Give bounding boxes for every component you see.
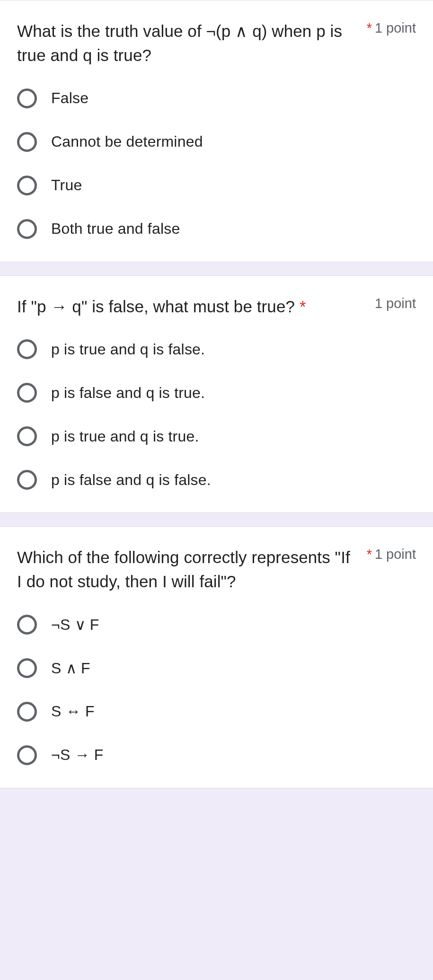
- question-card: Which of the following correctly represe…: [0, 526, 433, 788]
- question-text-content: If "p → q" is false, what must be true?: [17, 297, 295, 316]
- option-label: p is false and q is true.: [51, 384, 205, 402]
- radio-icon[interactable]: [17, 339, 37, 359]
- question-card: If "p → q" is false, what must be true? …: [0, 275, 433, 513]
- option-row[interactable]: Cannot be determined: [17, 132, 416, 152]
- question-text: Which of the following correctly represe…: [17, 546, 355, 594]
- option-row[interactable]: ¬S ∨ F: [17, 615, 416, 635]
- points-label: 1 point: [375, 547, 416, 562]
- option-row[interactable]: ¬S → F: [17, 745, 416, 765]
- radio-icon[interactable]: [17, 132, 37, 152]
- option-label: ¬S → F: [51, 746, 104, 764]
- option-label: ¬S ∨ F: [51, 616, 99, 634]
- options-group: p is true and q is false. p is false and…: [17, 339, 416, 490]
- option-row[interactable]: p is true and q is true.: [17, 426, 416, 446]
- question-points: *1 point: [367, 546, 416, 562]
- option-row[interactable]: True: [17, 176, 416, 195]
- radio-icon[interactable]: [17, 658, 37, 678]
- options-group: False Cannot be determined True Both tru…: [17, 88, 416, 239]
- option-row[interactable]: p is true and q is false.: [17, 339, 416, 359]
- options-group: ¬S ∨ F S ∧ F S ↔ F ¬S → F: [17, 615, 416, 765]
- option-label: p is true and q is true.: [51, 428, 199, 445]
- radio-icon[interactable]: [17, 470, 37, 490]
- option-label: S ↔ F: [51, 703, 95, 720]
- points-label: 1 point: [375, 296, 416, 311]
- option-row[interactable]: p is false and q is false.: [17, 470, 416, 490]
- question-header: What is the truth value of ¬(p ∧ q) when…: [17, 19, 416, 68]
- radio-icon[interactable]: [17, 615, 37, 635]
- option-label: Cannot be determined: [51, 133, 203, 150]
- question-text-content: What is the truth value of ¬(p ∧ q) when…: [17, 22, 342, 64]
- option-row[interactable]: S ∧ F: [17, 658, 416, 678]
- required-asterisk: *: [367, 547, 372, 562]
- question-header: Which of the following correctly represe…: [17, 546, 416, 594]
- option-label: False: [51, 89, 88, 107]
- question-header: If "p → q" is false, what must be true? …: [17, 295, 416, 319]
- option-row[interactable]: p is false and q is true.: [17, 383, 416, 403]
- option-row[interactable]: S ↔ F: [17, 702, 416, 722]
- radio-icon[interactable]: [17, 426, 37, 446]
- option-label: p is true and q is false.: [51, 341, 205, 358]
- option-label: p is false and q is false.: [51, 471, 211, 489]
- option-label: True: [51, 177, 82, 194]
- option-row[interactable]: Both true and false: [17, 219, 416, 239]
- question-points: *1 point: [367, 19, 416, 36]
- required-asterisk: *: [300, 297, 306, 316]
- question-points: 1 point: [375, 295, 416, 311]
- question-card: What is the truth value of ¬(p ∧ q) when…: [0, 0, 433, 262]
- option-label: S ∧ F: [51, 659, 90, 677]
- points-label: 1 point: [375, 20, 416, 35]
- option-row[interactable]: False: [17, 88, 416, 108]
- question-text: If "p → q" is false, what must be true? …: [17, 295, 363, 319]
- radio-icon[interactable]: [17, 745, 37, 765]
- radio-icon[interactable]: [17, 88, 37, 108]
- radio-icon[interactable]: [17, 702, 37, 722]
- question-text-content: Which of the following correctly represe…: [17, 548, 350, 591]
- radio-icon[interactable]: [17, 219, 37, 239]
- radio-icon[interactable]: [17, 383, 37, 403]
- required-asterisk: *: [367, 20, 372, 35]
- question-text: What is the truth value of ¬(p ∧ q) when…: [17, 19, 355, 68]
- option-label: Both true and false: [51, 220, 180, 238]
- radio-icon[interactable]: [17, 176, 37, 195]
